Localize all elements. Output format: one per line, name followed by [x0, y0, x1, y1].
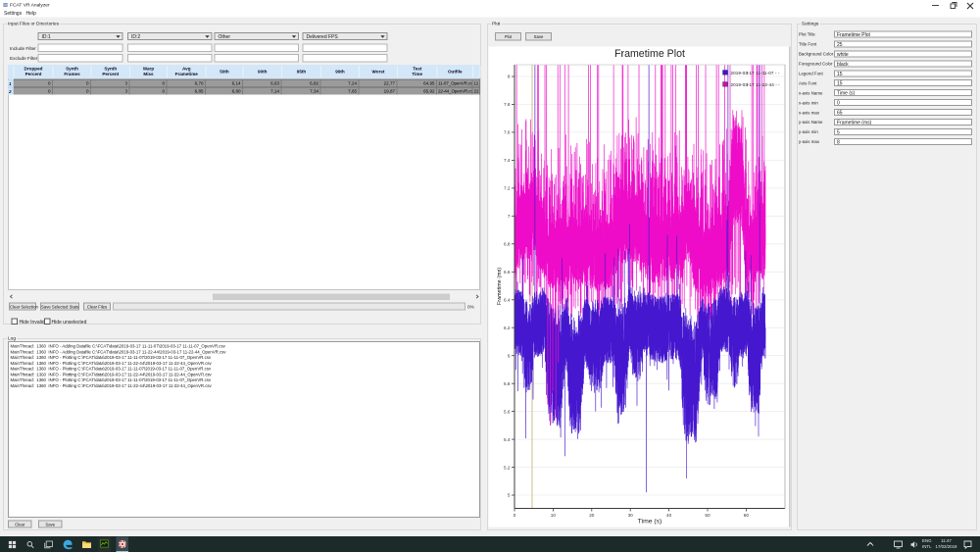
svg-text:30: 30	[628, 513, 634, 518]
svg-text:6: 6	[508, 353, 511, 358]
svg-text:7: 7	[508, 214, 511, 219]
svg-text:2019-03-17 11-11-07 - -: 2019-03-17 11-11-07 - -	[731, 71, 780, 75]
svg-text:50: 50	[705, 513, 710, 518]
svg-text:5.8: 5.8	[504, 381, 511, 386]
svg-text:7.4: 7.4	[504, 158, 511, 163]
svg-text:10: 10	[551, 513, 557, 518]
svg-text:6.4: 6.4	[504, 298, 511, 303]
svg-text:5.4: 5.4	[504, 437, 511, 442]
svg-text:5: 5	[508, 493, 511, 498]
svg-text:7.6: 7.6	[504, 130, 511, 135]
svg-text:ENG: ENG	[922, 538, 932, 543]
svg-text:Frametime (ms): Frametime (ms)	[496, 268, 502, 305]
svg-text:20: 20	[589, 513, 595, 518]
svg-text:6.6: 6.6	[504, 270, 511, 275]
svg-text:5.6: 5.6	[504, 409, 511, 414]
svg-text:8: 8	[508, 75, 511, 79]
svg-text:0: 0	[514, 513, 516, 518]
svg-text:Time (s): Time (s)	[638, 518, 662, 526]
svg-text:7.2: 7.2	[504, 186, 511, 191]
svg-text:INTL: INTL	[922, 544, 932, 549]
svg-text:40: 40	[666, 513, 672, 518]
svg-text:60: 60	[744, 513, 750, 518]
svg-text:6.2: 6.2	[504, 326, 511, 330]
svg-text:2019-03-17 11-22-44 - -: 2019-03-17 11-22-44 - -	[731, 82, 781, 87]
svg-text:11:47: 11:47	[941, 538, 952, 543]
svg-text:5.2: 5.2	[504, 465, 511, 470]
svg-text:7.8: 7.8	[504, 102, 511, 107]
svg-text:17/03/2019: 17/03/2019	[936, 544, 958, 549]
svg-text:6.8: 6.8	[504, 242, 511, 247]
